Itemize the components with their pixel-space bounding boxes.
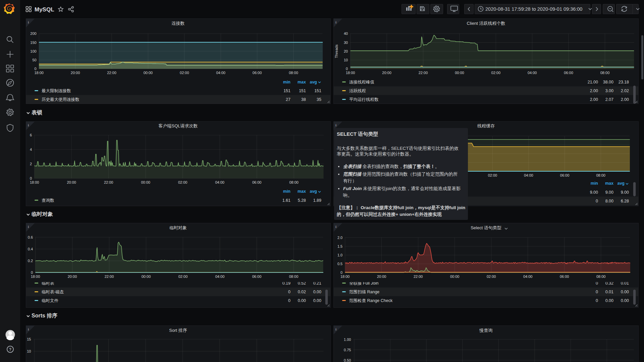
- svg-text:18:00: 18:00: [31, 275, 40, 279]
- svg-text:6.28: 6.28: [621, 198, 629, 203]
- svg-text:20:00: 20:00: [377, 275, 386, 279]
- svg-text:?: ?: [9, 347, 11, 352]
- svg-text:i: i: [28, 20, 29, 24]
- svg-text:02:00: 02:00: [488, 173, 497, 177]
- svg-text:2.02: 2.02: [621, 88, 629, 93]
- svg-text:0: 0: [31, 270, 33, 275]
- svg-text:9.00: 9.00: [590, 190, 598, 194]
- svg-text:06:00: 06:00: [252, 70, 262, 74]
- svg-text:1.0: 1.0: [337, 253, 342, 257]
- svg-text:全联接 Full Join: 全联接 Full Join: [349, 281, 379, 286]
- svg-text:0.00: 0.00: [313, 298, 321, 303]
- svg-text:0.00: 0.00: [313, 290, 321, 294]
- svg-text:35: 35: [317, 97, 321, 102]
- svg-text:i: i: [335, 327, 336, 331]
- svg-text:20:00: 20:00: [70, 70, 80, 74]
- svg-text:2.07: 2.07: [605, 97, 613, 102]
- svg-text:0.52: 0.52: [298, 281, 306, 286]
- svg-text:10: 10: [27, 349, 31, 353]
- svg-text:0: 0: [346, 67, 348, 71]
- svg-text:2.00: 2.00: [590, 97, 598, 102]
- svg-text:18:00: 18:00: [346, 70, 355, 74]
- svg-text:0.19: 0.19: [282, 281, 290, 286]
- svg-text:max: max: [297, 79, 306, 84]
- svg-text:2.00: 2.00: [621, 97, 629, 102]
- svg-text:1.00: 1.00: [344, 337, 351, 341]
- svg-text:04:00: 04:00: [216, 70, 225, 74]
- svg-text:i: i: [335, 123, 336, 127]
- svg-text:27: 27: [286, 97, 290, 102]
- svg-text:2.00: 2.00: [590, 88, 598, 93]
- svg-text:0.50: 0.50: [344, 358, 351, 362]
- svg-text:8.00: 8.00: [605, 198, 613, 203]
- svg-text:0.01: 0.01: [621, 281, 629, 286]
- svg-text:02:00: 02:00: [178, 180, 187, 184]
- svg-text:08:00: 08:00: [596, 173, 605, 177]
- svg-text:4: 4: [30, 147, 32, 152]
- svg-text:Threads: Threads: [334, 44, 338, 58]
- svg-text:0: 0: [596, 281, 598, 286]
- svg-text:临时表-磁盘: 临时表-磁盘: [42, 290, 64, 294]
- svg-text:02:00: 02:00: [180, 70, 189, 74]
- svg-text:9.00: 9.00: [621, 190, 629, 194]
- svg-text:50: 50: [32, 58, 36, 62]
- svg-text:i: i: [335, 20, 336, 24]
- svg-text:i: i: [28, 225, 29, 229]
- svg-text:21.00: 21.00: [588, 80, 598, 84]
- svg-text:22:00: 22:00: [414, 275, 423, 279]
- svg-text:最大限制连接数: 最大限制连接数: [42, 88, 71, 93]
- svg-text:08:00: 08:00: [289, 180, 299, 184]
- svg-text:04:00: 04:00: [215, 180, 224, 184]
- svg-text:0: 0: [596, 290, 598, 294]
- svg-text:04:00: 04:00: [523, 275, 533, 279]
- svg-text:0.00: 0.00: [605, 298, 613, 303]
- svg-text:0: 0: [288, 290, 290, 294]
- svg-text:0: 0: [288, 298, 290, 303]
- svg-text:0: 0: [30, 176, 32, 180]
- svg-text:02:00: 02:00: [491, 70, 501, 74]
- svg-text:0.00: 0.00: [298, 298, 306, 303]
- svg-text:MySQL: MySQL: [35, 6, 54, 13]
- svg-text:15: 15: [27, 337, 31, 341]
- svg-text:08:00: 08:00: [289, 275, 298, 279]
- svg-text:临时对象: 临时对象: [169, 225, 187, 230]
- svg-text:00:00: 00:00: [143, 70, 153, 74]
- svg-text:18:00: 18:00: [30, 180, 39, 184]
- svg-text:40: 40: [344, 32, 348, 36]
- svg-text:max: max: [605, 181, 613, 186]
- svg-text:max: max: [297, 189, 306, 194]
- svg-text:18:00: 18:00: [34, 70, 44, 74]
- svg-text:线程缓存: 线程缓存: [477, 123, 495, 128]
- svg-text:00:00: 00:00: [455, 70, 464, 74]
- svg-text:00:00: 00:00: [450, 275, 460, 279]
- svg-text:0.6: 0.6: [28, 235, 33, 239]
- svg-text:i: i: [335, 225, 336, 229]
- svg-text:20:00: 20:00: [67, 275, 77, 279]
- svg-text:38.00: 38.00: [603, 80, 613, 84]
- svg-text:avg: avg: [310, 79, 317, 84]
- svg-text:0: 0: [596, 198, 598, 203]
- svg-text:08:00: 08:00: [596, 275, 606, 279]
- svg-text:5.28: 5.28: [298, 198, 306, 202]
- svg-text:100: 100: [30, 49, 36, 53]
- svg-text:38: 38: [301, 97, 306, 102]
- svg-text:min: min: [283, 79, 290, 84]
- svg-text:历史最大使用连接数: 历史最大使用连接数: [42, 97, 79, 102]
- svg-text:0.00: 0.00: [621, 298, 629, 303]
- svg-text:0.00: 0.00: [621, 290, 629, 294]
- svg-text:9.00: 9.00: [605, 190, 613, 194]
- svg-text:0.01: 0.01: [605, 290, 613, 294]
- svg-text:i: i: [28, 123, 29, 127]
- svg-text:范围扫描 Range: 范围扫描 Range: [349, 290, 379, 294]
- svg-text:3.00: 3.00: [605, 88, 613, 93]
- svg-text:Client 活跃线程个数: Client 活跃线程个数: [467, 20, 505, 25]
- svg-text:23.18: 23.18: [619, 80, 629, 84]
- svg-text:客户端SQL请求次数: 客户端SQL请求次数: [158, 123, 198, 128]
- svg-text:1.5: 1.5: [337, 244, 342, 248]
- svg-text:活跃线程: 活跃线程: [349, 88, 366, 93]
- svg-text:04:00: 04:00: [215, 275, 224, 279]
- svg-text:20:00: 20:00: [382, 70, 391, 74]
- svg-text:1.89: 1.89: [313, 198, 321, 202]
- svg-text:连接数: 连接数: [171, 20, 184, 25]
- svg-text:0.02: 0.02: [298, 290, 306, 294]
